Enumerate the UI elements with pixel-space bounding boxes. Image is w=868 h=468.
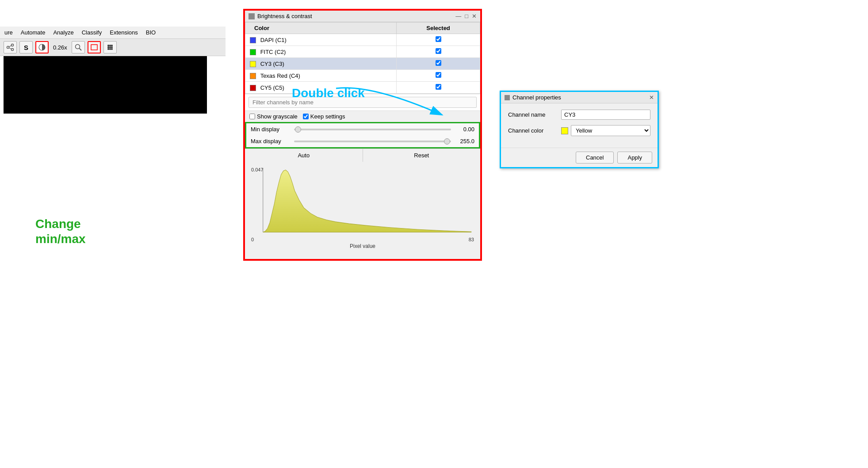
bc-close-btn[interactable]: ✕ (472, 13, 477, 19)
brightness-contrast-container: Brightness & contrast — □ ✕ Color Select… (243, 9, 482, 261)
keep-settings-text: Keep settings (310, 113, 345, 120)
texasred-checkbox[interactable] (436, 72, 441, 78)
cp-channel-name-row: Channel name (508, 110, 650, 120)
svg-line-3 (9, 46, 11, 47)
bc-maximize-btn[interactable]: □ (465, 13, 468, 19)
bc-win-controls: — □ ✕ (455, 13, 477, 19)
dapi-label: DAPI (C1) (260, 37, 287, 43)
show-grayscale-text: Show grayscale (257, 113, 298, 120)
channel-fitc[interactable]: FITC (C2) (245, 46, 397, 58)
cp-close-btn[interactable]: ✕ (649, 94, 654, 101)
cp-footer: Cancel Apply (501, 148, 658, 167)
svg-point-14 (111, 46, 113, 48)
table-row[interactable]: CY5 (C5) (245, 82, 480, 94)
channel-texas-red[interactable]: Texas Red (C4) (245, 70, 397, 82)
tool-s[interactable]: S (19, 41, 33, 53)
table-row[interactable]: FITC (C2) (245, 46, 480, 58)
svg-point-17 (111, 48, 113, 50)
bc-titlebar: Brightness & contrast — □ ✕ (245, 11, 480, 22)
min-display-row: Min display 0.00 (246, 123, 479, 135)
histogram-svg (249, 166, 476, 237)
menu-analyze[interactable]: Analyze (53, 29, 73, 36)
svg-line-4 (9, 48, 11, 49)
auto-button[interactable]: Auto (245, 149, 363, 162)
texasred-selected[interactable] (397, 70, 480, 82)
filter-bar (245, 94, 480, 110)
svg-point-12 (107, 46, 109, 48)
bc-titlebar-left: Brightness & contrast (249, 13, 312, 19)
fitc-checkbox[interactable] (436, 48, 441, 54)
fitc-selected[interactable] (397, 46, 480, 58)
fitc-label: FITC (C2) (260, 49, 286, 55)
reset-button[interactable]: Reset (363, 149, 481, 162)
svg-point-9 (107, 45, 109, 46)
max-display-label: Max display (251, 138, 291, 145)
cy3-selected[interactable] (397, 58, 480, 70)
hist-x-min: 0 (251, 237, 254, 242)
bc-title: Brightness & contrast (257, 13, 312, 19)
dapi-selected[interactable] (397, 34, 480, 46)
svg-point-13 (109, 46, 111, 48)
hist-x-axis: 0 83 (249, 237, 476, 242)
menu-classify[interactable]: Classify (82, 29, 102, 36)
bc-window: Brightness & contrast — □ ✕ Color Select… (245, 11, 480, 259)
menu-ure[interactable]: ure (4, 29, 13, 36)
cy5-checkbox[interactable] (436, 84, 441, 90)
svg-point-11 (111, 45, 113, 46)
dapi-swatch (250, 37, 256, 43)
min-display-label: Min display (251, 126, 291, 133)
cp-channel-name-input[interactable] (561, 110, 650, 120)
channel-cy5[interactable]: CY5 (C5) (245, 82, 397, 94)
tool-frame[interactable] (88, 41, 101, 53)
keep-settings-label[interactable]: Keep settings (303, 113, 345, 120)
col-selected-header: Selected (397, 23, 480, 34)
min-display-track[interactable] (294, 129, 451, 130)
toolbar: S 0.26x (0, 39, 226, 56)
cp-channel-name-label: Channel name (508, 111, 557, 118)
menu-bio[interactable]: BIO (146, 29, 156, 36)
channel-cy3[interactable]: CY3 (C3) (245, 58, 397, 70)
cp-cancel-button[interactable]: Cancel (576, 152, 614, 164)
keep-settings-checkbox[interactable] (303, 114, 309, 119)
filter-input[interactable] (249, 97, 477, 108)
menu-automate[interactable]: Automate (21, 29, 46, 36)
fitc-swatch (250, 49, 256, 55)
svg-point-2 (11, 49, 14, 51)
show-grayscale-label[interactable]: Show grayscale (249, 113, 298, 120)
options-row: Show grayscale Keep settings (245, 110, 480, 122)
svg-point-15 (107, 48, 109, 50)
cp-color-row: Yellow (561, 125, 650, 136)
tool-brightness-contrast[interactable] (35, 41, 49, 53)
action-row: Auto Reset (245, 148, 480, 162)
cp-apply-button[interactable]: Apply (617, 152, 652, 164)
cp-color-select[interactable]: Yellow (571, 125, 650, 136)
show-grayscale-checkbox[interactable] (249, 114, 255, 119)
svg-point-0 (11, 44, 14, 46)
cp-titlebar: Channel properties ✕ (501, 92, 658, 103)
tool-grid[interactable] (103, 41, 117, 53)
min-display-thumb[interactable] (295, 126, 301, 133)
bc-minimize-btn[interactable]: — (455, 13, 461, 19)
col-color-header: Color (245, 23, 397, 34)
cp-channel-color-label: Channel color (508, 127, 557, 134)
table-row[interactable]: DAPI (C1) (245, 34, 480, 46)
cy5-label: CY5 (C5) (260, 84, 284, 91)
cy3-swatch (250, 61, 256, 67)
max-display-track[interactable] (294, 141, 451, 142)
cy3-label: CY3 (C3) (260, 61, 284, 67)
max-display-thumb[interactable] (444, 138, 450, 145)
cy5-selected[interactable] (397, 82, 480, 94)
table-row-cy3[interactable]: CY3 (C3) (245, 58, 480, 70)
cy3-checkbox[interactable] (436, 60, 441, 66)
channel-properties-window: Channel properties ✕ Channel name Channe… (500, 91, 659, 168)
table-row[interactable]: Texas Red (C4) (245, 70, 480, 82)
hist-x-label: Pixel value (249, 243, 476, 249)
channel-dapi[interactable]: DAPI (C1) (245, 34, 397, 46)
svg-rect-8 (91, 45, 97, 50)
tool-zoom[interactable] (72, 41, 85, 53)
cp-color-swatch (561, 127, 568, 134)
cy5-swatch (250, 85, 256, 91)
menu-extensions[interactable]: Extensions (110, 29, 138, 36)
dapi-checkbox[interactable] (436, 36, 441, 42)
tool-share[interactable] (4, 41, 17, 53)
